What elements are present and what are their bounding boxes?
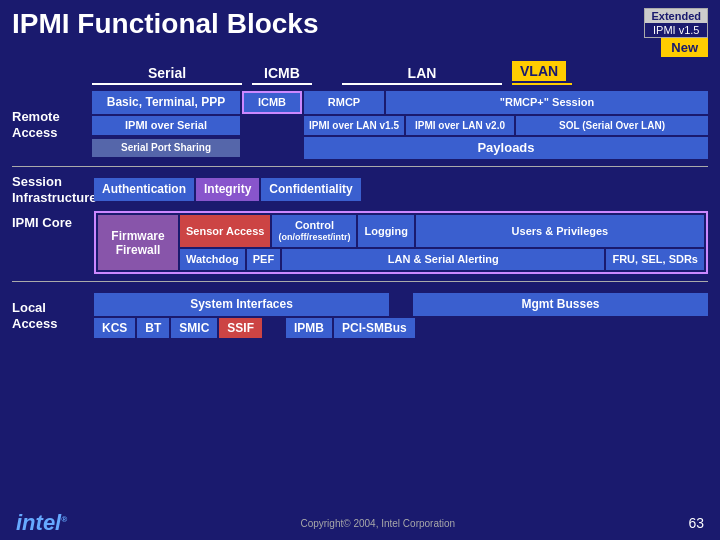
page: IPMI Functional Blocks Extended IPMI v1.… [0, 0, 720, 540]
session-label: Session Infrastructure [12, 174, 92, 205]
footer: intel® Copyright© 2004, Intel Corporatio… [0, 510, 720, 536]
ipmi-core-outer-label: IPMI Core [12, 209, 92, 230]
cell-sensor-access: Sensor Access [180, 215, 270, 247]
extended-text: Extended [645, 9, 707, 23]
divider-1 [12, 166, 708, 167]
cell-confidentiality: Confidentiality [261, 178, 360, 200]
session-section: Session Infrastructure Authentication In… [12, 174, 708, 205]
cell-auth: Authentication [94, 178, 194, 200]
cell-rmcp: RMCP [304, 91, 384, 114]
col-serial: Serial [92, 65, 242, 81]
cell-rmcp-plus: "RMCP+" Session [386, 91, 708, 114]
cell-kcs: KCS [94, 318, 135, 338]
cell-fru-sel: FRU, SEL, SDRs [606, 249, 704, 270]
cell-ssif: SSIF [219, 318, 262, 338]
local-access-label: Local Access [12, 293, 92, 338]
la-cells: System Interfaces Mgmt Busses KCS BT SMI… [94, 293, 708, 338]
serial-port-row: Serial Port Sharing Payloads [92, 137, 708, 159]
cell-control: Control (on/off/reset/intr) [272, 215, 356, 247]
cell-icmb: ICMB [242, 91, 302, 114]
ipmi-core-rows: Sensor Access Control (on/off/reset/intr… [180, 215, 704, 270]
divider-2 [12, 281, 708, 282]
ipmi-core-box: Firmware Firewall Sensor Access Control … [94, 211, 708, 274]
col-lan: LAN [342, 65, 502, 81]
cell-bt: BT [137, 318, 169, 338]
cell-payloads: Payloads [304, 137, 708, 159]
cell-lan-serial-alert: LAN & Serial Alerting [282, 249, 604, 270]
cell-pef: PEF [247, 249, 280, 270]
la-row2: KCS BT SMIC SSIF IPMB PCI-SMBus [94, 318, 708, 338]
copyright-text: Copyright© 2004, Intel Corporation [300, 518, 455, 529]
cell-ipmb: IPMB [286, 318, 332, 338]
ipmi-row1: Sensor Access Control (on/off/reset/intr… [180, 215, 704, 247]
intel-logo: intel® [16, 510, 67, 536]
ra-bottom: IPMI over Serial IPMI over LAN v1.5 IPMI… [92, 116, 708, 135]
cell-logging: Logging [358, 215, 413, 247]
extended-badge: Extended IPMI v1.5 [644, 8, 708, 38]
firmware-firewall: Firmware Firewall [98, 215, 178, 270]
cell-pci-smbus: PCI-SMBus [334, 318, 415, 338]
remote-access-label: Remote Access [12, 91, 92, 159]
cell-sys-iface: System Interfaces [94, 293, 389, 315]
cell-ipmi-serial: IPMI over Serial [92, 116, 240, 135]
cell-ipmi-lan20: IPMI over LAN v2.0 [406, 116, 514, 135]
cell-mgmt-busses: Mgmt Busses [413, 293, 708, 315]
ipmi-core-inner: Firmware Firewall Sensor Access Control … [98, 215, 704, 270]
local-access-section: Local Access System Interfaces Mgmt Buss… [12, 293, 708, 338]
new-badge: New [661, 38, 708, 57]
cell-serial-port: Serial Port Sharing [92, 139, 240, 157]
cell-integrity: Integrity [196, 178, 259, 200]
ipmi-row2: Watchdog PEF LAN & Serial Alerting FRU, … [180, 249, 704, 270]
header: IPMI Functional Blocks Extended IPMI v1.… [0, 0, 720, 61]
ra-top: Basic, Terminal, PPP ICMB RMCP "RMCP+" S… [92, 91, 708, 114]
cell-smic: SMIC [171, 318, 217, 338]
remote-access-cells: Basic, Terminal, PPP ICMB RMCP "RMCP+" S… [92, 91, 708, 159]
ipmi-version: IPMI v1.5 [645, 23, 707, 37]
cell-ipmi-lan15: IPMI over LAN v1.5 [304, 116, 404, 135]
main-content: Remote Access Basic, Terminal, PPP ICMB … [0, 87, 720, 342]
page-number: 63 [688, 515, 704, 531]
cell-users-priv: Users & Privileges [416, 215, 704, 247]
cell-sol: SOL (Serial Over LAN) [516, 116, 708, 135]
page-title: IPMI Functional Blocks [12, 8, 318, 40]
cell-basic: Basic, Terminal, PPP [92, 91, 240, 114]
remote-access-section: Remote Access Basic, Terminal, PPP ICMB … [12, 91, 708, 159]
cell-watchdog: Watchdog [180, 249, 245, 270]
ipmi-core-section: IPMI Core Firmware Firewall Sensor Acces… [12, 209, 708, 274]
col-vlan: VLAN [512, 61, 566, 81]
col-icmb: ICMB [252, 65, 312, 81]
column-headers: Serial ICMB LAN VLAN [0, 61, 720, 81]
la-row1: System Interfaces Mgmt Busses [94, 293, 708, 315]
